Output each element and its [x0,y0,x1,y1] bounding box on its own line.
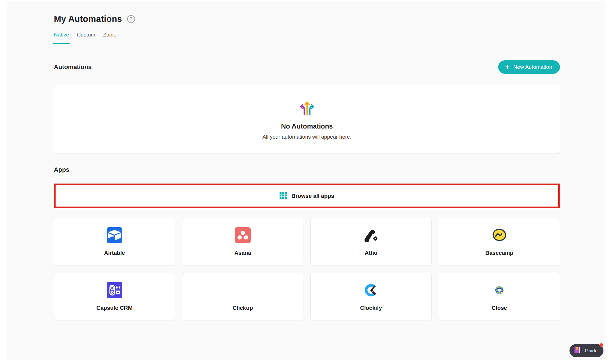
empty-state-card: No Automations All your automations will… [54,85,560,154]
app-card-clockify[interactable]: Clockify [310,273,432,321]
asana-icon [235,227,251,243]
empty-state-title: No Automations [281,122,333,130]
page: My Automations ? NativeCustomZapier Auto… [7,1,605,360]
basecamp-icon [491,227,507,243]
guide-button[interactable]: Guide [569,344,603,357]
apps-heading: Apps [54,166,560,173]
tab-native[interactable]: Native [54,32,69,44]
branching-arrows-icon [298,99,316,117]
app-card-basecamp[interactable]: Basecamp [439,218,560,266]
book-icon [573,346,582,356]
airtable-icon [107,227,122,243]
help-circle-icon[interactable]: ? [127,15,135,23]
app-card-asana[interactable]: Asana [182,218,303,266]
app-name: Airtable [104,250,125,256]
app-card-attio[interactable]: Attio [310,218,432,266]
automations-heading: Automations [54,63,92,71]
notification-dot [600,343,603,347]
clockify-icon [363,282,379,298]
new-automation-label: New Automation [513,64,552,70]
attio-icon [363,227,379,243]
new-automation-button[interactable]: + New Automation [498,60,560,74]
apps-grid: Airtable Asana Attio Basecamp [54,218,560,321]
highlight-border: Browse all apps [54,184,560,208]
app-name: Asana [234,250,251,256]
main-content: My Automations ? NativeCustomZapier Auto… [7,1,605,321]
app-name: Attio [365,250,378,256]
close-crm-icon [491,282,507,298]
app-name: Capsule CRM [97,305,133,311]
browse-all-apps-label: Browse all apps [291,193,334,199]
app-card-clickup[interactable]: Clickup [182,273,303,321]
app-name: Close [492,305,507,311]
tab-zapier[interactable]: Zapier [103,32,118,44]
app-name: Basecamp [485,250,513,256]
app-name: Clockify [360,305,382,311]
page-title: My Automations [54,14,122,24]
tab-custom[interactable]: Custom [77,32,95,44]
app-name: Clickup [233,305,253,311]
app-card-close[interactable]: Close [439,273,560,321]
browse-all-apps-button[interactable]: Browse all apps [56,185,558,207]
guide-label: Guide [585,348,598,354]
app-card-airtable[interactable]: Airtable [54,218,175,266]
app-card-capsule-crm[interactable]: Capsule CRM [54,273,175,321]
page-header: My Automations ? [54,14,560,24]
capsule-crm-icon [107,282,122,298]
automations-section-header: Automations + New Automation [54,60,560,74]
clickup-icon [235,282,251,298]
empty-state-subtitle: All your automations will appear here. [262,134,351,140]
tabs: NativeCustomZapier [54,32,560,44]
grid-icon [280,192,287,200]
